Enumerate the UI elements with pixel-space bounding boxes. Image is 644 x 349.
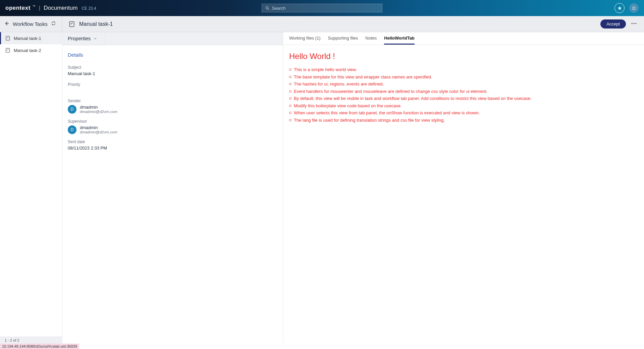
main-content: Manual task-1 Manual task-2 Properties D… (0, 32, 644, 343)
subheader-middle: Manual task-1 (62, 21, 600, 27)
list-title: Workflow Tasks (13, 21, 48, 27)
tab-supporting-files[interactable]: Supporting files (328, 32, 358, 45)
task-icon (5, 48, 10, 53)
task-list-item-label: Manual task-2 (14, 48, 41, 53)
hello-list: This is a simple hello world view. The b… (289, 66, 638, 123)
tab-working-files[interactable]: Working files (1) (289, 32, 321, 45)
refresh-button[interactable] (51, 21, 56, 27)
arrow-left-icon (4, 21, 9, 26)
task-icon (5, 36, 10, 41)
hello-bullet: The lang file is used for defining trans… (289, 117, 638, 124)
brand-opentext: opentext (5, 5, 31, 11)
refresh-icon (51, 21, 56, 26)
tabs-panel: Working files (1) Supporting files Notes… (283, 32, 644, 343)
properties-dropdown[interactable]: Properties (62, 32, 105, 45)
subject-label: Subject (68, 65, 277, 70)
svg-rect-0 (69, 21, 74, 26)
brand-tm: ™ (33, 5, 36, 8)
brand-separator: | (39, 5, 40, 11)
tab-content: Hello World ! This is a simple hello wor… (283, 45, 644, 131)
favorites-button[interactable] (614, 3, 625, 13)
hello-bullet: The base template for this view and wrap… (289, 74, 638, 80)
more-horizontal-icon (631, 20, 637, 27)
header-right: D (614, 3, 639, 13)
accept-button[interactable]: Accept (600, 19, 626, 28)
supervisor-email: dmadmin@d2vm.com (80, 130, 117, 134)
footer: 1 - 2 of 2 10.194.49.144:8080/d2sv/ui/#c… (0, 337, 644, 349)
top-header: opentext ™ | Documentum CE 23.4 Search D (0, 0, 644, 16)
hello-title: Hello World ! (289, 52, 638, 61)
priority-value (68, 88, 277, 93)
sender-email: dmadmin@d2vm.com (80, 110, 117, 114)
supervisor-name: dmadmin (80, 125, 117, 130)
search-placeholder: Search (272, 6, 285, 11)
details-heading: Details (68, 52, 277, 58)
hello-bullet: The hashes for ui, regions, events are d… (289, 81, 638, 88)
brand-documentum: Documentum (44, 5, 77, 11)
svg-point-1 (632, 23, 633, 24)
pagination-count: 1 - 2 of 2 (0, 337, 62, 344)
properties-body: Details Subject Manual task-1 Priority S… (62, 45, 283, 163)
svg-point-2 (634, 23, 635, 24)
subheader: Workflow Tasks Manual task-1 Accept (0, 16, 644, 32)
sender-name: dmadmin (80, 105, 117, 110)
hello-bullet: Modify this boilerplate view code based … (289, 103, 638, 109)
svg-rect-4 (6, 36, 10, 40)
brand-version: CE 23.4 (82, 6, 96, 11)
task-list-item-label: Manual task-1 (14, 36, 41, 41)
svg-rect-5 (6, 48, 10, 52)
task-list-item[interactable]: Manual task-2 (0, 44, 62, 56)
properties-label: Properties (68, 36, 91, 41)
subheader-right: Accept (600, 19, 644, 28)
properties-panel: Properties Details Subject Manual task-1… (62, 32, 283, 343)
task-list-item[interactable]: Manual task-1 (0, 32, 62, 44)
sender-row: D dmadmin dmadmin@d2vm.com (68, 105, 277, 114)
task-icon (68, 21, 75, 27)
sender-label: Sender (68, 99, 277, 103)
user-initial: D (632, 6, 635, 11)
hello-bullet: When user selects this view from tab pan… (289, 110, 638, 116)
svg-point-3 (635, 23, 636, 24)
priority-label: Priority (68, 82, 277, 87)
tabs-bar: Working files (1) Supporting files Notes… (283, 32, 644, 45)
more-actions-button[interactable] (631, 20, 637, 28)
star-icon (617, 6, 622, 11)
search-icon (265, 6, 270, 10)
supervisor-row: D dmadmin dmadmin@d2vm.com (68, 125, 277, 134)
supervisor-avatar: D (68, 125, 76, 134)
chevron-down-icon (93, 37, 97, 41)
tab-notes[interactable]: Notes (365, 32, 377, 45)
task-list-sidebar: Manual task-1 Manual task-2 (0, 32, 62, 343)
tab-helloworld[interactable]: HelloWorldTab (384, 32, 415, 45)
hello-bullet: This is a simple hello world view. (289, 66, 638, 73)
page-title: Manual task-1 (79, 21, 113, 27)
subheader-left: Workflow Tasks (0, 16, 62, 32)
hello-bullet: By default, this view will be visible in… (289, 95, 638, 102)
status-url: 10.194.49.144:8080/d2sv/ui/#cstab-uid-35… (0, 344, 79, 349)
sent-date-value: 08/11/2023 2:33 PM (68, 146, 277, 151)
brand-logo: opentext ™ | Documentum CE 23.4 (5, 5, 96, 11)
sent-date-label: Sent date (68, 139, 277, 144)
sender-avatar: D (68, 105, 76, 114)
hello-bullet: Event handlers for mouseenter and mousel… (289, 88, 638, 95)
search-input[interactable]: Search (262, 4, 382, 12)
supervisor-label: Supervisor (68, 119, 277, 124)
back-button[interactable] (4, 21, 9, 27)
user-avatar[interactable]: D (629, 3, 639, 13)
subject-value: Manual task-1 (68, 71, 277, 76)
